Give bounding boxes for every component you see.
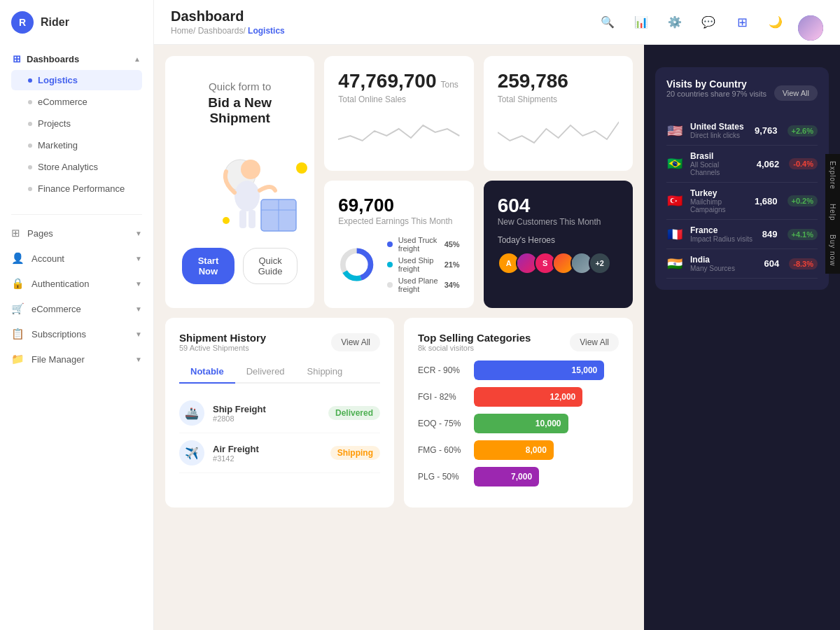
sales-sparkline — [338, 111, 459, 153]
list-item: 🇺🇸 United States Direct link clicks 9,76… — [666, 116, 818, 146]
tab-delivered[interactable]: Delivered — [235, 360, 296, 384]
list-item: EOQ - 75% 10,000 — [418, 414, 619, 433]
grid-icon[interactable]: ⊞ — [731, 11, 753, 34]
chevron-down-icon: ▼ — [135, 280, 142, 288]
bar-bg-3: 8,000 — [474, 440, 619, 460]
dot — [28, 144, 32, 148]
chevron-down-icon: ▼ — [135, 230, 142, 237]
cat-label-3: FMG - 60% — [418, 445, 467, 455]
buy-now-side-button[interactable]: Buy now — [825, 227, 840, 273]
sidebar-item-ecommerce-nav[interactable]: 🛒 eCommerce ▼ — [0, 296, 153, 321]
fr-flag: 🇫🇷 — [666, 227, 683, 242]
table-row: 🚢 Ship Freight #2808 Delivered — [179, 393, 380, 433]
bar-bg-1: 12,000 — [474, 387, 619, 407]
dashboards-section: ⊞ Dashboards ▲ Logistics eCommerce Proje… — [0, 48, 153, 206]
customers-value: 604 — [498, 195, 619, 217]
categories-title: Top Selling Categories — [418, 332, 531, 344]
tab-notable[interactable]: Notable — [179, 360, 235, 384]
help-side-button[interactable]: Help — [825, 197, 840, 228]
list-item: FMG - 60% 8,000 — [418, 440, 619, 460]
us-flag: 🇺🇸 — [666, 123, 683, 139]
cat-label-0: ECR - 90% — [418, 365, 467, 375]
sidebar-item-file-manager[interactable]: 📁 File Manager ▼ — [0, 346, 153, 372]
categories-view-all-button[interactable]: View All — [570, 333, 619, 351]
total-shipments-value: 259,786 — [498, 70, 619, 92]
total-shipments-label: Total Shipments — [498, 94, 619, 104]
logo[interactable]: R Rider — [0, 11, 153, 48]
bar-fill-1: 12,000 — [474, 387, 582, 407]
table-row: ✈️ Air Freight #3142 Shipping — [179, 433, 380, 473]
us-change: +2.6% — [788, 125, 818, 136]
active-dot — [28, 78, 32, 83]
dark-mode-icon[interactable]: 🌙 — [764, 11, 787, 34]
sidebar-item-projects[interactable]: Projects — [11, 113, 142, 134]
right-panel-inner: Visits by Country 20 countries share 97%… — [644, 45, 840, 301]
account-icon: 👤 — [11, 252, 24, 265]
auth-icon: 🔒 — [11, 277, 24, 290]
visits-card: Visits by Country 20 countries share 97%… — [655, 67, 829, 290]
list-item: PLG - 50% 7,000 — [418, 467, 619, 486]
sidebar-item-finance-performance[interactable]: Finance Performance — [11, 178, 142, 199]
sidebar-item-ecommerce[interactable]: eCommerce — [11, 92, 142, 112]
br-change: -0.4% — [789, 158, 818, 169]
settings-icon[interactable]: ⚙️ — [664, 11, 686, 34]
shipment-history-subtitle: 59 Active Shipments — [179, 344, 266, 352]
list-item: 🇧🇷 Brasil All Social Channels 4,062 -0.4… — [666, 146, 818, 183]
br-flag: 🇧🇷 — [666, 156, 683, 172]
bar-fill-2: 10,000 — [474, 414, 568, 433]
promo-card: Quick form to Bid a New Shipment — [165, 56, 314, 308]
bar-fill-0: 15,000 — [474, 360, 604, 380]
svg-point-2 — [234, 181, 260, 211]
dashboard-items: Logistics eCommerce Projects Marketing S… — [6, 70, 148, 206]
content-area: Quick form to Bid a New Shipment — [154, 45, 840, 630]
sidebar-item-pages[interactable]: ⊞ Pages ▼ — [0, 220, 153, 246]
pages-icon: ⊞ — [11, 227, 20, 239]
sidebar-item-logistics[interactable]: Logistics — [11, 70, 142, 90]
sidebar-item-authentication[interactable]: 🔒 Authentication ▼ — [0, 271, 153, 296]
dot — [28, 100, 32, 104]
side-buttons: Explore Help Buy now — [825, 154, 840, 274]
svg-point-5 — [223, 217, 230, 224]
earnings-value: 69,700 — [338, 195, 459, 216]
explore-side-button[interactable]: Explore — [825, 154, 840, 197]
total-sales-card: 47,769,700 Tons Total Online Sales — [324, 56, 473, 171]
sidebar-item-account[interactable]: 👤 Account ▼ — [0, 246, 153, 271]
ship-name-2: Air Freight — [213, 444, 322, 454]
bottom-cards-row: Shipment History 59 Active Shipments Vie… — [165, 318, 633, 507]
shipment-view-all-button[interactable]: View All — [331, 333, 380, 351]
earnings-label: Expected Earnings This Month — [338, 216, 459, 226]
tr-flag: 🇹🇷 — [666, 193, 683, 209]
bar-fill-3: 8,000 — [474, 440, 554, 460]
shipment-tabs: Notable Delivered Shipping — [179, 360, 380, 384]
quick-guide-button[interactable]: Quick Guide — [243, 248, 298, 284]
sidebar-item-store-analytics[interactable]: Store Analytics — [11, 157, 142, 177]
start-now-button[interactable]: Start Now — [182, 248, 234, 284]
dashboards-toggle[interactable]: ⊞ Dashboards ▲ — [6, 48, 148, 70]
user-avatar[interactable] — [798, 15, 823, 41]
dot — [28, 165, 32, 169]
ship-name-1: Ship Freight — [213, 404, 320, 414]
svg-point-4 — [296, 162, 307, 174]
list-item: FGI - 82% 12,000 — [418, 387, 619, 407]
chart-icon[interactable]: 📊 — [630, 11, 652, 34]
svg-rect-7 — [248, 210, 255, 228]
tab-shipping[interactable]: Shipping — [296, 360, 354, 384]
total-sales-value: 47,769,700 — [338, 70, 436, 92]
sidebar-item-marketing[interactable]: Marketing — [11, 135, 142, 155]
sales-unit: Tons — [440, 80, 458, 90]
ship-legend: Used Ship freight 21% — [387, 256, 460, 273]
divider — [11, 214, 142, 215]
ship-status-1: Delivered — [328, 406, 380, 420]
fr-change: +4.1% — [788, 229, 818, 240]
sidebar-item-subscriptions[interactable]: 📋 Subscriptions ▼ — [0, 321, 153, 346]
dashboard-grid-icon: ⊞ — [13, 53, 21, 64]
customers-label: New Customers This Month — [498, 217, 619, 227]
chevron-down-icon: ▼ — [135, 330, 142, 338]
search-icon[interactable]: 🔍 — [596, 11, 619, 34]
page-title: Dashboard — [171, 8, 285, 24]
bar-bg-0: 15,000 — [474, 360, 619, 380]
shipment-history-card: Shipment History 59 Active Shipments Vie… — [165, 318, 394, 507]
messages-icon[interactable]: 💬 — [697, 11, 720, 34]
visits-view-all-button[interactable]: View All — [774, 85, 818, 101]
list-item: 🇮🇳 India Many Sources 604 -8.3% — [666, 249, 818, 279]
